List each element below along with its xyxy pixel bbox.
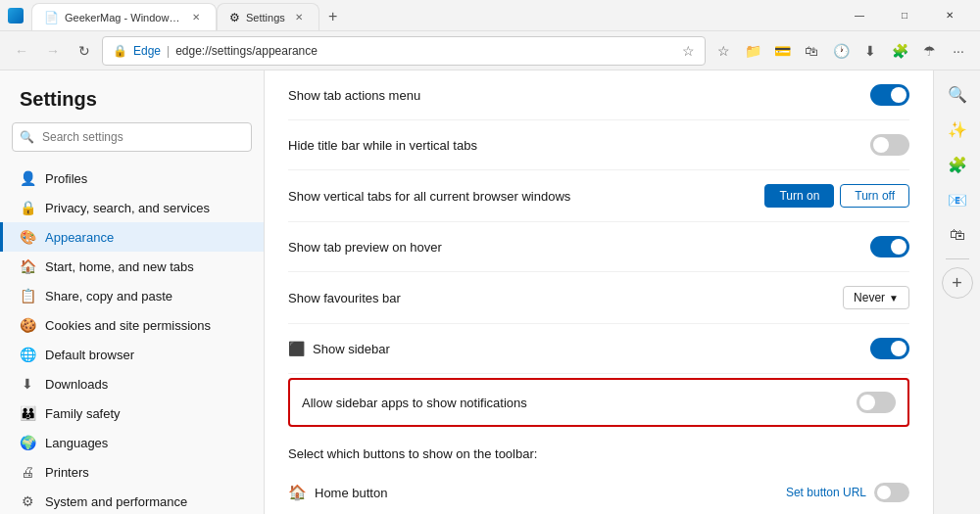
sidebar-item-appearance[interactable]: 🎨 Appearance bbox=[0, 222, 264, 252]
show-tab-actions-toggle[interactable] bbox=[870, 84, 909, 106]
right-panel-separator bbox=[946, 258, 969, 259]
sidebar-title: Settings bbox=[0, 80, 264, 122]
nav-more-icon[interactable]: ··· bbox=[945, 37, 972, 65]
nav-wallet-icon[interactable]: 💳 bbox=[768, 37, 796, 65]
sidebar-item-default-browser-label: Default browser bbox=[45, 348, 134, 362]
show-sidebar-label: Show sidebar bbox=[313, 342, 870, 356]
settings-tab-title: Settings bbox=[246, 12, 285, 23]
tab-favicon: 📄 bbox=[44, 11, 59, 24]
sidebar-item-default-browser[interactable]: 🌐 Default browser bbox=[0, 340, 264, 369]
sidebar-item-start-home[interactable]: 🏠 Start, home, and new tabs bbox=[0, 252, 264, 281]
settings-favicon: ⚙ bbox=[229, 11, 240, 24]
forward-button[interactable]: → bbox=[39, 37, 67, 65]
lock-icon: 🔒 bbox=[113, 44, 127, 58]
rp-search-icon[interactable]: 🔍 bbox=[942, 78, 973, 110]
turn-off-button[interactable]: Turn off bbox=[840, 184, 909, 208]
default-browser-icon: 🌐 bbox=[20, 347, 35, 362]
tab-settings[interactable]: ⚙ Settings ✕ bbox=[217, 3, 319, 30]
tab-close-button[interactable]: ✕ bbox=[188, 10, 204, 25]
sidebar-item-cookies-label: Cookies and site permissions bbox=[45, 318, 211, 333]
show-favourites-bar-row: Show favourites bar Never ▼ bbox=[288, 272, 909, 324]
address-edge-label: Edge bbox=[133, 44, 161, 58]
show-tab-preview-toggle[interactable] bbox=[870, 236, 909, 257]
nav-umbrella-icon[interactable]: ☂ bbox=[915, 37, 943, 65]
search-icon: 🔍 bbox=[20, 130, 34, 144]
hide-title-bar-label: Hide title bar while in vertical tabs bbox=[288, 138, 870, 153]
hide-title-bar-toggle[interactable] bbox=[870, 134, 909, 156]
downloads-icon: ⬇ bbox=[20, 376, 35, 392]
tab-strip: 📄 GeekerMag - Windows 11 | War... ✕ ⚙ Se… bbox=[31, 0, 833, 30]
show-favourites-bar-label: Show favourites bar bbox=[288, 291, 843, 305]
nav-collections-icon[interactable]: 📁 bbox=[739, 37, 766, 65]
rp-add-button[interactable]: + bbox=[942, 267, 973, 299]
nav-shopping-icon[interactable]: 🛍 bbox=[798, 37, 825, 65]
favourites-bar-dropdown-value: Never bbox=[854, 291, 885, 304]
content-area: Show tab actions menu Hide title bar whi… bbox=[265, 70, 933, 514]
maximize-button[interactable]: □ bbox=[882, 0, 927, 31]
show-tab-actions-row: Show tab actions menu bbox=[288, 70, 909, 120]
toolbar-section-heading: Select which buttons to show on the tool… bbox=[288, 431, 909, 469]
printers-icon: 🖨 bbox=[20, 464, 35, 480]
main-layout: Settings 🔍 👤 Profiles 🔒 Privacy, search,… bbox=[0, 70, 980, 514]
tab-title: GeekerMag - Windows 11 | War... bbox=[65, 12, 182, 23]
rp-star-icon[interactable]: ✨ bbox=[942, 114, 973, 145]
sidebar-item-downloads[interactable]: ⬇ Downloads bbox=[0, 369, 264, 398]
allow-sidebar-notifications-label: Allow sidebar apps to show notifications bbox=[302, 396, 857, 410]
nav-downloads-icon[interactable]: ⬇ bbox=[857, 37, 884, 65]
hide-title-bar-row: Hide title bar while in vertical tabs bbox=[288, 120, 909, 170]
sidebar-item-share-copy[interactable]: 📋 Share, copy and paste bbox=[0, 281, 264, 310]
settings-tab-close[interactable]: ✕ bbox=[291, 10, 307, 25]
sidebar-item-printers[interactable]: 🖨 Printers bbox=[0, 457, 264, 487]
search-input[interactable] bbox=[12, 122, 252, 152]
sidebar-item-system-perf-label: System and performance bbox=[45, 494, 187, 509]
sidebar-item-family-safety[interactable]: 👪 Family safety bbox=[0, 398, 264, 428]
show-sidebar-toggle[interactable] bbox=[870, 338, 909, 359]
privacy-icon: 🔒 bbox=[20, 200, 35, 215]
rp-shopping-icon[interactable]: 🛍 bbox=[942, 219, 973, 251]
settings-section: Show tab actions menu Hide title bar whi… bbox=[265, 70, 933, 514]
system-perf-icon: ⚙ bbox=[20, 493, 35, 509]
sidebar-item-start-home-label: Start, home, and new tabs bbox=[45, 259, 194, 274]
start-home-icon: 🏠 bbox=[20, 258, 35, 274]
favourites-bar-dropdown[interactable]: Never ▼ bbox=[843, 286, 909, 309]
sidebar-item-family-safety-label: Family safety bbox=[45, 406, 121, 421]
sidebar-item-languages[interactable]: 🌍 Languages bbox=[0, 428, 264, 457]
back-button[interactable]: ← bbox=[8, 37, 35, 65]
appearance-icon: 🎨 bbox=[20, 229, 35, 245]
home-button-toggle[interactable] bbox=[874, 483, 909, 502]
home-button-row: 🏠 Home button Set button URL bbox=[288, 469, 909, 514]
sidebar-item-cookies[interactable]: 🍪 Cookies and site permissions bbox=[0, 310, 264, 340]
sidebar-item-privacy-label: Privacy, search, and services bbox=[45, 201, 210, 215]
allow-sidebar-notifications-toggle[interactable] bbox=[857, 392, 896, 413]
sidebar-item-languages-label: Languages bbox=[45, 436, 108, 450]
close-button[interactable]: ✕ bbox=[927, 0, 972, 31]
right-panel: 🔍 ✨ 🧩 📧 🛍 + bbox=[933, 70, 980, 514]
sidebar-item-appearance-label: Appearance bbox=[45, 230, 114, 245]
nav-extensions-icon[interactable]: 🧩 bbox=[886, 37, 913, 65]
turn-on-button[interactable]: Turn on bbox=[764, 184, 834, 208]
address-star-icon[interactable]: ☆ bbox=[682, 43, 695, 59]
nav-bar: ← → ↻ 🔒 Edge | edge://settings/appearanc… bbox=[0, 31, 980, 70]
home-button-label: Home button bbox=[315, 486, 786, 500]
address-bar[interactable]: 🔒 Edge | edge://settings/appearance ☆ bbox=[102, 36, 706, 66]
new-tab-button[interactable]: + bbox=[319, 3, 347, 30]
nav-icons-right: ☆ 📁 💳 🛍 🕐 ⬇ 🧩 ☂ ··· bbox=[710, 37, 972, 65]
set-button-url-link[interactable]: Set button URL bbox=[786, 486, 866, 499]
nav-history-icon[interactable]: 🕐 bbox=[827, 37, 855, 65]
sidebar-item-profiles[interactable]: 👤 Profiles bbox=[0, 164, 264, 193]
home-button-controls: Set button URL bbox=[786, 483, 909, 502]
rp-email-icon[interactable]: 📧 bbox=[942, 184, 973, 215]
share-copy-icon: 📋 bbox=[20, 288, 35, 304]
profiles-icon: 👤 bbox=[20, 170, 35, 186]
minimize-button[interactable]: — bbox=[837, 0, 882, 31]
sidebar-item-system-perf[interactable]: ⚙ System and performance bbox=[0, 487, 264, 514]
refresh-button[interactable]: ↻ bbox=[71, 37, 98, 65]
sidebar: Settings 🔍 👤 Profiles 🔒 Privacy, search,… bbox=[0, 70, 265, 514]
show-tab-preview-label: Show tab preview on hover bbox=[288, 240, 870, 255]
browser-icon bbox=[8, 8, 24, 23]
tab-geekermag[interactable]: 📄 GeekerMag - Windows 11 | War... ✕ bbox=[31, 3, 217, 30]
rp-extensions-icon[interactable]: 🧩 bbox=[942, 149, 973, 180]
search-box: 🔍 bbox=[12, 122, 252, 152]
nav-favourites-icon[interactable]: ☆ bbox=[710, 37, 737, 65]
sidebar-item-privacy[interactable]: 🔒 Privacy, search, and services bbox=[0, 193, 264, 222]
